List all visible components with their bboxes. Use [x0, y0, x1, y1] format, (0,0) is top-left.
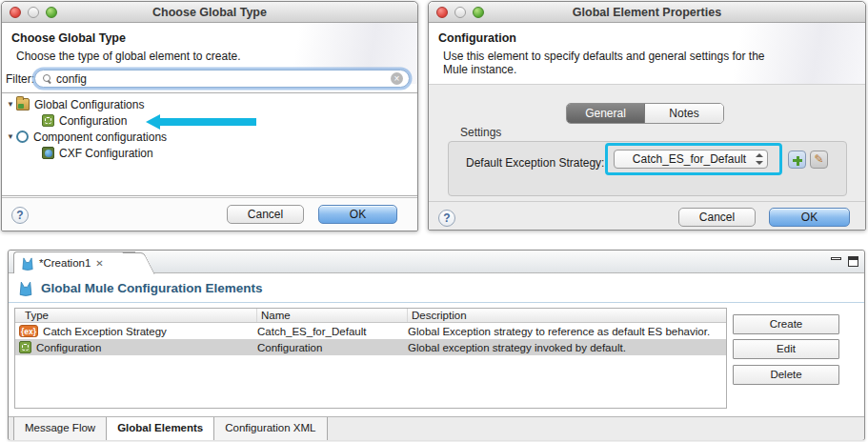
cell-description: Global exception strategy invoked by def… — [408, 342, 726, 353]
search-icon — [43, 74, 52, 84]
dialog2-footer: ? Cancel OK — [429, 201, 865, 230]
bottom-tabbar-spacer — [328, 417, 865, 440]
view-controls — [831, 256, 858, 267]
dialog2-heading: Configuration — [438, 31, 516, 45]
global-type-tree: ▼ Global Configurations Configuration ▼ … — [2, 92, 417, 196]
dialog1-heading: Choose Global Type — [11, 31, 126, 45]
filter-input[interactable] — [56, 72, 391, 86]
dialog2-header-banner: Configuration Use this element to specif… — [429, 23, 865, 84]
maximize-view-icon[interactable] — [848, 256, 858, 267]
minimize-window-icon[interactable] — [454, 7, 466, 18]
tab-message-flow[interactable]: Message Flow — [13, 417, 107, 440]
help-button[interactable]: ? — [438, 210, 455, 227]
annotation-arrow — [160, 118, 256, 126]
delete-button[interactable]: Delete — [733, 365, 839, 385]
dialog2-subtitle: Use this element to specify defaults and… — [443, 50, 778, 76]
cancel-button[interactable]: Cancel — [227, 205, 304, 224]
minimize-window-icon[interactable] — [28, 7, 39, 18]
minimize-view-icon[interactable] — [831, 257, 841, 260]
add-button[interactable] — [788, 151, 806, 169]
editor-tab-creation1[interactable]: *Creation1 ✕ — [13, 251, 135, 273]
dialog2-title: Global Element Properties — [573, 6, 721, 19]
filter-search-field[interactable]: × — [34, 70, 410, 88]
clear-filter-icon[interactable]: × — [391, 72, 403, 85]
column-header-description[interactable]: Description — [408, 309, 726, 322]
dialog1-titlebar[interactable]: Choose Global Type — [2, 2, 417, 23]
default-exception-strategy-label: Default Exception Strategy: — [466, 156, 604, 170]
configuration-icon — [19, 341, 31, 353]
edit-pencil-icon[interactable]: ✎ — [810, 151, 828, 169]
edit-button[interactable]: Edit — [733, 339, 839, 359]
filter-label: Filter: — [6, 72, 34, 86]
cxf-globe-icon — [42, 147, 54, 159]
annotation-highlight-box: Catch_ES_for_Default — [605, 143, 782, 175]
tab-notes[interactable]: Notes — [645, 104, 723, 123]
help-button[interactable]: ? — [11, 207, 29, 224]
table-header: Type Name Description — [15, 309, 726, 323]
zoom-window-icon[interactable] — [473, 7, 484, 18]
editor-tabbar: *Creation1 ✕ — [9, 251, 864, 273]
folder-icon — [16, 98, 30, 110]
tree-item-global-configurations[interactable]: ▼ Global Configurations — [2, 96, 417, 112]
cell-name: Catch_ES_for_Default — [257, 326, 408, 337]
tree-item-label: CXF Configuration — [59, 147, 153, 160]
editor-bottom-tabs: Message Flow Global Elements Configurati… — [9, 416, 864, 440]
close-window-icon[interactable] — [10, 7, 21, 18]
global-element-properties-dialog: Global Element Properties Configuration … — [428, 1, 866, 231]
close-tab-icon[interactable]: ✕ — [95, 258, 103, 269]
cell-type: Configuration — [36, 342, 101, 353]
tree-item-component-configurations[interactable]: ▼ Component configurations — [2, 129, 417, 145]
exception-strategy-dropdown[interactable]: Catch_ES_for_Default — [614, 150, 768, 169]
mule-editor-panel: *Creation1 ✕ Global Mule Configuration E… — [8, 250, 865, 440]
filter-row: Filter: × — [2, 65, 417, 92]
cancel-button[interactable]: Cancel — [678, 208, 756, 227]
tree-item-label: Configuration — [59, 114, 127, 128]
dialog2-titlebar[interactable]: Global Element Properties — [429, 2, 865, 23]
tab-global-elements[interactable]: Global Elements — [107, 417, 214, 440]
choose-global-type-dialog: Choose Global Type Choose Global Type Ch… — [1, 1, 418, 231]
screenshot-stage: Choose Global Type Choose Global Type Ch… — [0, 0, 868, 442]
properties-tabs: General Notes — [566, 103, 724, 124]
ok-button[interactable]: OK — [318, 205, 397, 224]
component-icon — [16, 131, 29, 143]
editor-heading: Global Mule Configuration Elements — [41, 281, 263, 295]
editor-banner: Global Mule Configuration Elements — [9, 273, 864, 303]
cell-name: Configuration — [257, 342, 408, 353]
dialog1-footer: ? Cancel OK — [2, 197, 417, 231]
global-elements-table: Type Name Description {ex} Catch Excepti… — [14, 308, 727, 409]
tab-general[interactable]: General — [567, 104, 645, 123]
traffic-lights — [10, 7, 57, 18]
create-button[interactable]: Create — [733, 314, 839, 334]
traffic-lights — [436, 7, 484, 18]
settings-group-label: Settings — [460, 126, 501, 139]
dialog1-subtitle: Choose the type of global element to cre… — [16, 50, 240, 63]
tab-configuration-xml[interactable]: Configuration XML — [214, 417, 327, 440]
catch-exception-strategy-icon: {ex} — [19, 325, 38, 337]
mule-icon — [17, 280, 34, 296]
dialog1-title: Choose Global Type — [152, 6, 267, 19]
ok-button[interactable]: OK — [769, 208, 850, 227]
cell-description: Global Exception strategy to reference a… — [408, 326, 726, 337]
mule-icon — [20, 256, 35, 271]
dropdown-value: Catch_ES_for_Default — [628, 152, 751, 166]
table-row-selected[interactable]: Configuration Configuration Global excep… — [15, 339, 726, 355]
editor-tab-label: *Creation1 — [39, 257, 91, 269]
configuration-icon — [42, 114, 54, 127]
tree-item-label: Component configurations — [33, 131, 167, 144]
close-window-icon[interactable] — [436, 7, 448, 18]
twisty-expanded-icon[interactable]: ▼ — [5, 100, 16, 109]
table-row[interactable]: {ex} Catch Exception Strategy Catch_ES_f… — [15, 323, 726, 339]
twisty-expanded-icon[interactable]: ▼ — [5, 132, 16, 141]
cell-type: Catch Exception Strategy — [43, 326, 167, 337]
dropdown-stepper-icon — [755, 153, 763, 165]
tree-item-cxf-configuration[interactable]: CXF Configuration — [2, 145, 417, 161]
tree-item-label: Global Configurations — [34, 98, 144, 111]
column-header-name[interactable]: Name — [257, 309, 408, 322]
zoom-window-icon[interactable] — [46, 7, 57, 18]
column-header-type[interactable]: Type — [15, 309, 257, 322]
